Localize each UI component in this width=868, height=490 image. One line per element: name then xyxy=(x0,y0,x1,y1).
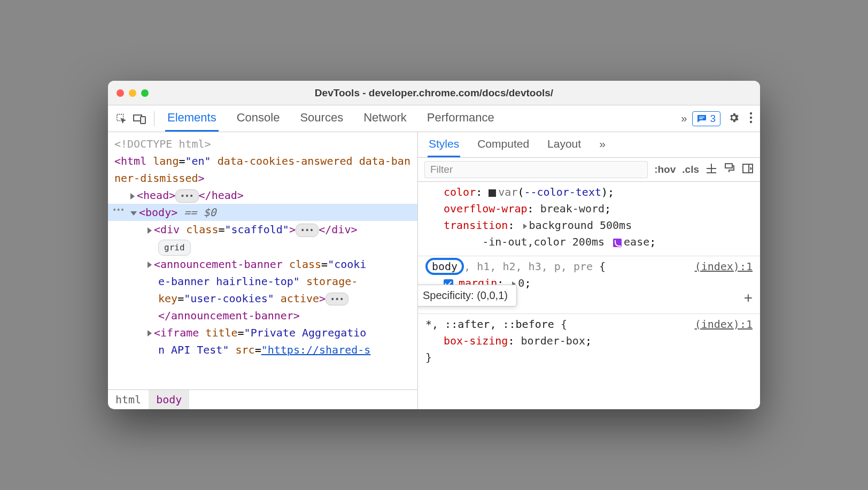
titlebar: DevTools - developer.chrome.com/docs/dev… xyxy=(108,81,760,105)
settings-icon[interactable] xyxy=(726,112,742,126)
dom-banner-l3[interactable]: key="user-cookies" active>••• xyxy=(108,290,417,307)
subtab-layout[interactable]: Layout xyxy=(546,132,582,157)
expand-icon[interactable] xyxy=(130,193,135,200)
dom-iframe-l1[interactable]: <iframe title="Private Aggregatio xyxy=(108,324,417,341)
dom-banner-l1[interactable]: <announcement-banner class="cooki xyxy=(108,256,417,273)
elements-panel: <!DOCTYPE html> <html lang="en" data-coo… xyxy=(108,132,418,409)
paint-icon[interactable] xyxy=(724,163,735,177)
window-title: DevTools - developer.chrome.com/docs/dev… xyxy=(117,87,751,99)
expand-icon[interactable] xyxy=(523,224,527,229)
device-toolbar-icon[interactable] xyxy=(131,111,148,127)
style-rule-3[interactable]: (index):1 *, ::after, ::before { box-siz… xyxy=(418,314,760,371)
minimize-window-icon[interactable] xyxy=(129,89,136,97)
crumb-html[interactable]: html xyxy=(108,390,149,409)
tab-elements[interactable]: Elements xyxy=(165,105,219,132)
color-swatch-icon[interactable] xyxy=(489,189,496,197)
tab-network[interactable]: Network xyxy=(361,105,409,132)
svg-rect-2 xyxy=(141,117,145,124)
more-subtabs-icon[interactable]: » xyxy=(598,132,607,157)
svg-point-5 xyxy=(750,112,752,114)
devtools-window: DevTools - developer.chrome.com/docs/dev… xyxy=(108,81,760,409)
svg-rect-10 xyxy=(707,172,716,173)
panels-area: <!DOCTYPE html> <html lang="en" data-coo… xyxy=(108,132,760,409)
svg-line-15 xyxy=(750,169,752,170)
more-tabs-icon[interactable]: » xyxy=(681,112,687,125)
style-rule-1[interactable]: color: var(--color-text); overflow-wrap:… xyxy=(418,182,760,256)
expand-icon[interactable] xyxy=(148,330,152,336)
subtab-styles[interactable]: Styles xyxy=(428,132,460,157)
cls-toggle[interactable]: .cls xyxy=(682,164,699,175)
crumb-body[interactable]: body xyxy=(149,390,189,409)
dom-banner-close[interactable]: </announcement-banner> xyxy=(108,307,417,324)
toolbar-separator xyxy=(154,111,154,126)
source-link[interactable]: (index):1 xyxy=(695,316,753,333)
specificity-tooltip: Specificity: (0,0,1) xyxy=(418,285,517,307)
maximize-window-icon[interactable] xyxy=(141,89,149,97)
svg-rect-11 xyxy=(725,164,732,168)
chat-icon xyxy=(697,114,707,123)
hov-toggle[interactable]: :hov xyxy=(654,164,676,175)
ellipsis-icon[interactable]: ••• xyxy=(326,293,348,305)
issues-count: 3 xyxy=(710,113,716,125)
dom-html-open[interactable]: <html lang="en" data-cookies-answered da… xyxy=(108,152,417,187)
tab-performance[interactable]: Performance xyxy=(425,105,497,132)
selector-highlight: body xyxy=(425,258,464,275)
dom-body-selected[interactable]: <body> == $0 xyxy=(108,204,417,221)
dom-doctype[interactable]: <!DOCTYPE html> xyxy=(108,135,417,152)
svg-rect-3 xyxy=(699,117,704,118)
expand-icon[interactable] xyxy=(148,227,152,234)
dom-grid-badge[interactable]: grid xyxy=(108,238,417,256)
collapse-icon[interactable] xyxy=(130,211,137,216)
style-rules: Specificity: (0,0,1) color: var(--color-… xyxy=(418,182,760,409)
styles-subtabs: Styles Computed Layout » xyxy=(418,132,760,158)
close-window-icon[interactable] xyxy=(117,89,124,97)
subtab-computed[interactable]: Computed xyxy=(476,132,530,157)
traffic-lights xyxy=(117,89,149,97)
easing-swatch-icon[interactable] xyxy=(613,239,622,247)
ellipsis-icon[interactable]: ••• xyxy=(296,224,319,236)
dom-scaffold[interactable]: <div class="scaffold">•••</div> xyxy=(108,221,417,238)
ellipsis-icon[interactable]: ••• xyxy=(175,189,198,202)
expand-icon[interactable] xyxy=(148,262,152,268)
new-style-rule-icon[interactable] xyxy=(706,163,717,177)
issues-badge[interactable]: 3 xyxy=(692,111,720,126)
main-toolbar: Elements Console Sources Network Perform… xyxy=(108,105,760,132)
panel-tabs: Elements Console Sources Network Perform… xyxy=(165,105,679,132)
svg-point-6 xyxy=(750,116,752,118)
styles-toolbar: :hov .cls xyxy=(418,158,760,182)
svg-rect-4 xyxy=(699,118,703,119)
source-link[interactable]: (index):1 xyxy=(695,258,753,275)
dom-banner-l2[interactable]: e-banner hairline-top" storage- xyxy=(108,273,417,290)
inspect-element-icon[interactable] xyxy=(113,111,129,127)
toolbar-right: » 3 xyxy=(681,111,755,126)
dom-tree[interactable]: <!DOCTYPE html> <html lang="en" data-coo… xyxy=(108,132,417,389)
dom-head[interactable]: <head>•••</head> xyxy=(108,187,417,204)
styles-filter-input[interactable] xyxy=(424,161,648,178)
tab-sources[interactable]: Sources xyxy=(298,105,345,132)
svg-point-7 xyxy=(750,120,752,122)
styles-panel: Styles Computed Layout » :hov .cls xyxy=(418,132,760,409)
kebab-menu-icon[interactable] xyxy=(747,112,755,126)
svg-rect-9 xyxy=(707,168,716,169)
dom-iframe-l2[interactable]: n API Test" src="https://shared-s xyxy=(108,341,417,358)
breadcrumb: html body xyxy=(108,389,417,409)
add-property-icon[interactable]: + xyxy=(744,286,753,309)
tab-console[interactable]: Console xyxy=(235,105,282,132)
computed-sidebar-icon[interactable] xyxy=(742,163,754,177)
